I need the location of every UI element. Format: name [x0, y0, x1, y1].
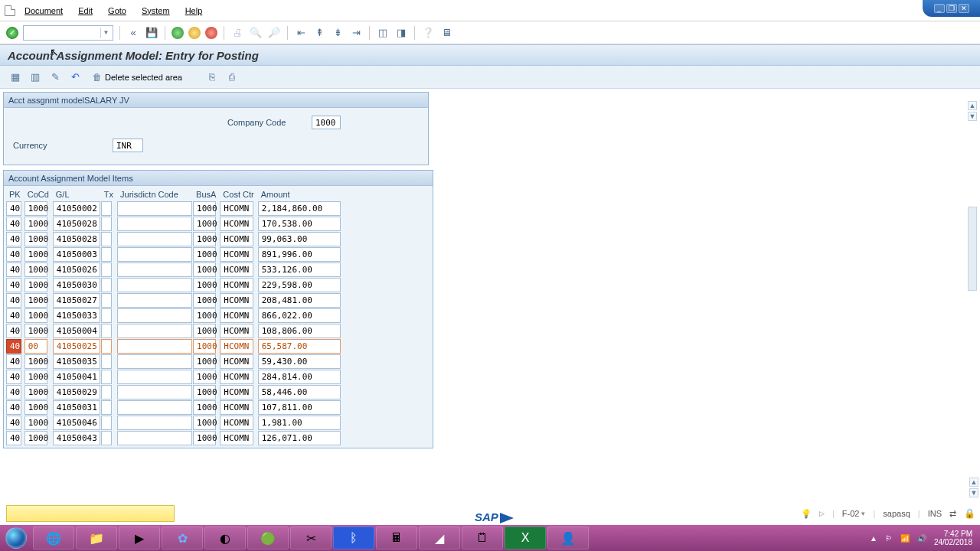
- cell-gl[interactable]: 41050003: [53, 247, 100, 262]
- cell-busa[interactable]: 1000: [193, 324, 216, 338]
- cell-gl[interactable]: 41050028: [53, 232, 100, 246]
- task-app1[interactable]: ◐: [204, 527, 246, 549]
- cell-pk[interactable]: 40: [6, 400, 21, 415]
- cell-jur[interactable]: [117, 400, 192, 415]
- table-row[interactable]: 401000410500281000HCOMN99,063.00: [6, 232, 341, 246]
- cell-amt[interactable]: 58,446.00: [258, 385, 341, 399]
- cell-jur[interactable]: [117, 247, 192, 262]
- cell-jur[interactable]: [117, 308, 192, 323]
- cell-jur[interactable]: [117, 324, 192, 338]
- last-page-icon[interactable]: ⇥: [349, 26, 363, 40]
- cell-cc[interactable]: HCOMN: [220, 416, 253, 430]
- command-field[interactable]: ▼: [23, 25, 113, 41]
- cell-gl[interactable]: 41050027: [53, 293, 100, 308]
- cell-cc[interactable]: HCOMN: [220, 278, 253, 292]
- cell-cocd[interactable]: 1000: [24, 247, 47, 262]
- cell-gl[interactable]: 41050026: [53, 262, 100, 277]
- deselect-icon[interactable]: ▥: [28, 70, 43, 85]
- cell-gl[interactable]: 41050002: [53, 201, 100, 216]
- status-play-icon[interactable]: ▷: [819, 510, 825, 517]
- cell-amt[interactable]: 126,071.00: [258, 431, 341, 445]
- tray-clock[interactable]: 7:42 PM 24/02/2018: [934, 530, 972, 546]
- cell-tx[interactable]: [101, 431, 112, 445]
- back-button[interactable]: [172, 27, 184, 39]
- cell-amt[interactable]: 59,430.00: [258, 354, 341, 369]
- table-row[interactable]: 401000410500431000HCOMN126,071.00: [6, 431, 341, 445]
- cell-busa[interactable]: 1000: [193, 370, 216, 384]
- menu-goto[interactable]: Goto: [102, 5, 132, 17]
- cell-cocd[interactable]: 1000: [24, 431, 47, 445]
- prev-page-icon[interactable]: ⇞: [312, 26, 326, 40]
- cell-cc[interactable]: HCOMN: [220, 247, 253, 262]
- cell-tx[interactable]: [101, 324, 112, 338]
- cell-pk[interactable]: 40: [6, 416, 21, 430]
- cell-busa[interactable]: 1000: [193, 354, 216, 369]
- task-app2[interactable]: 👤: [547, 527, 589, 549]
- cell-pk[interactable]: 40: [6, 293, 21, 308]
- cell-cc[interactable]: HCOMN: [220, 308, 253, 323]
- cell-amt[interactable]: 533,126.00: [258, 262, 341, 277]
- cell-tx[interactable]: [101, 247, 112, 262]
- vertical-scrollbar[interactable]: [968, 207, 978, 291]
- cell-cocd[interactable]: 1000: [24, 201, 47, 216]
- cell-jur[interactable]: [117, 262, 192, 277]
- cell-cocd[interactable]: 1000: [24, 385, 47, 399]
- menu-edit[interactable]: Edit: [72, 5, 99, 17]
- cell-cocd[interactable]: 1000: [24, 354, 47, 369]
- first-page-icon[interactable]: ⇤: [294, 26, 308, 40]
- task-excel[interactable]: X: [505, 527, 546, 549]
- cell-cocd[interactable]: 1000: [24, 324, 47, 338]
- table-row[interactable]: 401000410500021000HCOMN2,184,860.00: [6, 201, 341, 216]
- panel-expand-up-icon[interactable]: ▲: [969, 478, 978, 487]
- company-code-field[interactable]: 1000: [312, 116, 341, 129]
- exit-button[interactable]: [188, 27, 201, 39]
- table-row[interactable]: 401000410500351000HCOMN59,430.00: [6, 354, 341, 369]
- tray-flag-icon[interactable]: 🏳: [885, 534, 893, 543]
- cell-pk[interactable]: 40: [6, 308, 21, 323]
- cell-amt[interactable]: 107,811.00: [258, 400, 341, 415]
- cell-jur[interactable]: [117, 354, 192, 369]
- cell-pk[interactable]: 40: [6, 431, 21, 445]
- cell-jur[interactable]: [117, 201, 192, 216]
- cancel-button[interactable]: [205, 27, 217, 39]
- menu-document[interactable]: Document: [18, 5, 69, 17]
- cell-cocd[interactable]: 1000: [24, 416, 47, 430]
- layout-icon[interactable]: 🖥: [439, 26, 453, 40]
- cell-gl[interactable]: 41050025: [53, 339, 100, 354]
- cell-tx[interactable]: [101, 232, 112, 246]
- cell-jur[interactable]: [117, 232, 192, 246]
- table-row[interactable]: 401000410500261000HCOMN533,126.00: [6, 262, 341, 277]
- cell-jur[interactable]: [117, 385, 192, 399]
- cell-tx[interactable]: [101, 293, 112, 308]
- table-row[interactable]: 401000410500461000HCOMN1,981.00: [6, 416, 341, 430]
- copy-icon[interactable]: ⎘: [204, 70, 220, 85]
- cell-cocd[interactable]: 1000: [24, 278, 47, 292]
- cell-tx[interactable]: [101, 354, 112, 369]
- table-row[interactable]: 401000410500281000HCOMN170,538.00: [6, 217, 341, 231]
- cell-tx[interactable]: [101, 278, 112, 292]
- cell-amt[interactable]: 229,598.00: [258, 278, 341, 292]
- menu-help[interactable]: Help: [179, 5, 209, 17]
- cell-cc[interactable]: HCOMN: [220, 293, 253, 308]
- cell-jur[interactable]: [117, 339, 192, 354]
- task-notes[interactable]: 🗒: [462, 527, 503, 549]
- cell-cocd[interactable]: 1000: [24, 400, 47, 415]
- cell-gl[interactable]: 41050041: [53, 370, 100, 384]
- new-session-icon[interactable]: ◫: [376, 26, 390, 40]
- cell-gl[interactable]: 41050033: [53, 308, 100, 323]
- cell-pk[interactable]: 40: [6, 385, 21, 399]
- close-button[interactable]: ✕: [959, 4, 969, 13]
- cell-busa[interactable]: 1000: [193, 278, 216, 292]
- select-all-icon[interactable]: ▦: [8, 70, 23, 85]
- cell-gl[interactable]: 41050035: [53, 354, 100, 369]
- cell-cc[interactable]: HCOMN: [220, 339, 253, 354]
- cell-cocd[interactable]: 1000: [24, 293, 47, 308]
- cell-tx[interactable]: [101, 370, 112, 384]
- cell-amt[interactable]: 1,981.00: [258, 416, 341, 430]
- cell-cocd[interactable]: 1000: [24, 262, 47, 277]
- cell-busa[interactable]: 1000: [193, 339, 216, 354]
- cell-amt[interactable]: 891,996.00: [258, 247, 341, 262]
- cell-gl[interactable]: 41050004: [53, 324, 100, 338]
- table-row[interactable]: 401000410500291000HCOMN58,446.00: [6, 385, 341, 399]
- help-icon[interactable]: ❔: [421, 26, 435, 40]
